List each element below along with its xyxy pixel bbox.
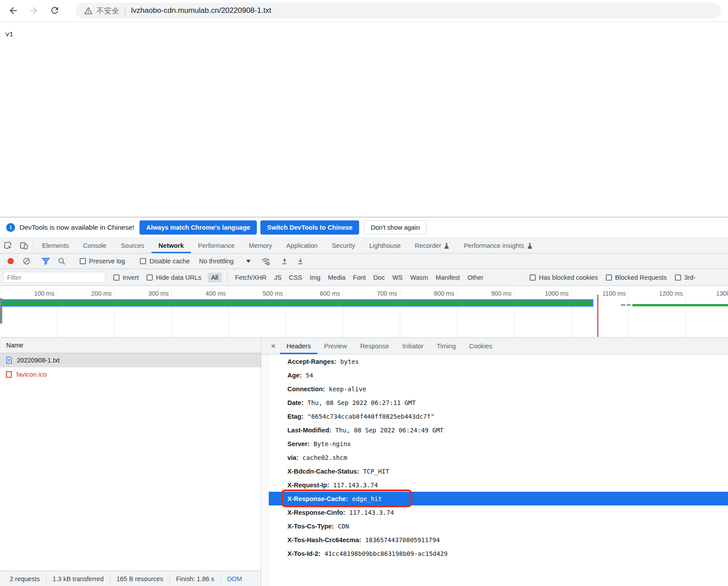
- response-header-row-x-tos-id-2[interactable]: X-Tos-Id-2:41cc48198b09bbc863198b09-ac15…: [269, 547, 728, 560]
- response-header-row-server[interactable]: Server:Byte-nginx: [269, 437, 728, 451]
- details-tab-headers[interactable]: Headers: [280, 338, 318, 354]
- response-header-row-x-tos-hash-crc64ecma[interactable]: X-Tos-Hash-Crc64ecma:1836574437080591179…: [269, 533, 728, 547]
- clear-network-log-button[interactable]: [19, 257, 35, 265]
- tab-label: Recorder: [415, 242, 441, 249]
- details-tab-timing[interactable]: Timing: [430, 338, 462, 354]
- filter-type-wasm[interactable]: Wasm: [410, 274, 428, 281]
- third-party-label[interactable]: 3rd-: [684, 274, 696, 281]
- details-tab-initiator[interactable]: Initiator: [396, 338, 430, 354]
- page-body-text: v1: [5, 31, 13, 39]
- filter-type-js[interactable]: JS: [274, 274, 282, 281]
- filter-toggle-button[interactable]: [38, 258, 54, 265]
- response-header-row-etag[interactable]: Etag:"6654c734ccab8f440ff0825eb443dc7f": [269, 409, 728, 423]
- filter-type-fetch-xhr[interactable]: Fetch/XHR: [235, 274, 267, 281]
- import-har-button[interactable]: [277, 258, 293, 265]
- filter-type-css[interactable]: CSS: [289, 274, 302, 281]
- filter-type-ws[interactable]: WS: [392, 274, 403, 281]
- filter-input[interactable]: [4, 272, 105, 283]
- hide-data-urls-label[interactable]: Hide data URLs: [156, 274, 201, 281]
- filter-type-doc[interactable]: Doc: [373, 274, 385, 281]
- third-party-checkbox[interactable]: [675, 274, 681, 281]
- chevron-down-icon[interactable]: [246, 260, 251, 263]
- timeline-tick-label: 1100 ms: [595, 290, 626, 297]
- disable-cache-label[interactable]: Disable cache: [149, 258, 190, 265]
- response-header-row-x-response-cinfo[interactable]: X-Response-Cinfo:117.143.3.74: [269, 505, 728, 519]
- dont-show-again-button[interactable]: Don't show again: [364, 220, 427, 235]
- tab-performance[interactable]: Performance: [191, 238, 242, 253]
- has-blocked-cookies-label[interactable]: Has blocked cookies: [539, 274, 598, 281]
- filter-type-all[interactable]: All: [208, 273, 222, 282]
- response-header-row-date[interactable]: Date:Thu, 08 Sep 2022 06:27:11 GMT: [269, 396, 728, 409]
- network-conditions-button[interactable]: [258, 257, 274, 266]
- response-header-row-via[interactable]: via:cache02.shcm: [269, 451, 728, 464]
- header-name: X-Tos-Cs-Type:: [287, 523, 334, 530]
- network-summary-bar: 2 requests1.3 kB transferred165 B resour…: [0, 571, 261, 586]
- details-tab-cookies[interactable]: Cookies: [462, 338, 499, 354]
- warning-triangle-icon[interactable]: [84, 7, 93, 15]
- filter-type-other[interactable]: Other: [468, 274, 484, 281]
- request-row-20220908-1-txt[interactable]: 20220908-1.txt: [0, 353, 261, 367]
- switch-devtools-chinese-button[interactable]: Switch DevTools to Chinese: [260, 220, 359, 235]
- invert-checkbox[interactable]: [113, 274, 120, 281]
- url-text[interactable]: lvzhaobo-cdn.mumulab.cn/20220908-1.txt: [131, 6, 271, 15]
- search-icon: [58, 257, 66, 266]
- tab-performance-insights[interactable]: Performance insights: [457, 238, 539, 253]
- network-overview-timeline[interactable]: 100 ms200 ms300 ms400 ms500 ms600 ms700 …: [0, 286, 728, 338]
- tab-lighthouse[interactable]: Lighthouse: [362, 238, 408, 253]
- header-value: "6654c734ccab8f440ff0825eb443dc7f": [307, 413, 434, 420]
- response-header-row-x-response-cache[interactable]: X-Response-Cache:edge_hit: [269, 492, 728, 505]
- name-column-header[interactable]: Name: [0, 338, 261, 353]
- has-blocked-cookies-checkbox[interactable]: [530, 274, 536, 281]
- overview-request-line: [632, 304, 728, 306]
- details-tab-preview[interactable]: Preview: [318, 338, 354, 354]
- response-header-row-last-modified[interactable]: Last-Modified:Thu, 08 Sep 2022 06:24:49 …: [269, 423, 728, 437]
- inspect-element-button[interactable]: [0, 238, 16, 253]
- response-header-row-connection[interactable]: Connection:keep-alive: [269, 382, 728, 396]
- tab-recorder[interactable]: Recorder: [408, 238, 457, 253]
- forward-button[interactable]: [28, 5, 39, 16]
- preserve-log-checkbox[interactable]: [80, 258, 86, 264]
- record-network-log-button[interactable]: [3, 258, 19, 265]
- filter-type-manifest[interactable]: Manifest: [436, 274, 460, 281]
- blocked-requests-label[interactable]: Blocked Requests: [615, 274, 667, 281]
- request-row-favicon-ico[interactable]: favicon.ico: [0, 367, 261, 382]
- export-har-button[interactable]: [293, 258, 309, 265]
- disable-cache-checkbox[interactable]: [140, 258, 146, 264]
- reload-button[interactable]: [50, 5, 60, 16]
- forward-arrow-icon: [28, 5, 39, 16]
- network-filter-bar: Invert Hide data URLs AllFetch/XHRJSCSSI…: [0, 269, 728, 286]
- tab-network[interactable]: Network: [151, 238, 191, 253]
- tab-console[interactable]: Console: [76, 238, 113, 253]
- timeline-gridline: [343, 286, 343, 337]
- security-label[interactable]: 不安全: [97, 6, 119, 16]
- close-details-button[interactable]: ×: [267, 338, 280, 354]
- invert-label[interactable]: Invert: [123, 274, 139, 281]
- tab-security[interactable]: Security: [325, 238, 362, 253]
- details-tab-response[interactable]: Response: [353, 338, 395, 354]
- response-header-row-x-bdcdn-cache-status[interactable]: X-Bdcdn-Cache-Status:TCP_HIT: [269, 464, 728, 478]
- info-icon: i: [6, 223, 15, 232]
- preserve-log-label[interactable]: Preserve log: [89, 258, 125, 265]
- back-button[interactable]: [8, 5, 19, 16]
- filter-type-img[interactable]: Img: [310, 274, 320, 281]
- response-header-row-x-request-ip[interactable]: X-Request-Ip:117.143.3.74: [269, 478, 728, 492]
- tab-application[interactable]: Application: [279, 238, 325, 253]
- filter-type-font[interactable]: Font: [353, 274, 366, 281]
- response-header-row-x-tos-cs-type[interactable]: X-Tos-Cs-Type:CDN: [269, 519, 728, 533]
- always-match-language-button[interactable]: Always match Chrome's language: [139, 220, 257, 235]
- tab-memory[interactable]: Memory: [242, 238, 279, 253]
- tab-elements[interactable]: Elements: [35, 238, 76, 253]
- search-network-button[interactable]: [54, 257, 70, 266]
- response-header-row-age[interactable]: Age:54: [269, 368, 728, 382]
- device-toolbar-button[interactable]: [16, 238, 32, 253]
- summary-items: 2 requests1.3 kB transferred165 B resour…: [10, 574, 227, 583]
- hide-data-urls-checkbox[interactable]: [147, 274, 153, 281]
- tab-sources[interactable]: Sources: [114, 238, 151, 253]
- details-scrollbar-gutter[interactable]: [261, 355, 269, 586]
- response-header-row-accept-ranges[interactable]: Accept-Ranges:bytes: [269, 355, 728, 368]
- throttling-select[interactable]: No throttling: [199, 258, 233, 265]
- overview-selected-range-bar[interactable]: [1, 299, 593, 307]
- filter-type-media[interactable]: Media: [328, 274, 346, 281]
- address-bar[interactable]: 不安全 lvzhaobo-cdn.mumulab.cn/20220908-1.t…: [75, 3, 721, 19]
- blocked-requests-checkbox[interactable]: [606, 274, 612, 281]
